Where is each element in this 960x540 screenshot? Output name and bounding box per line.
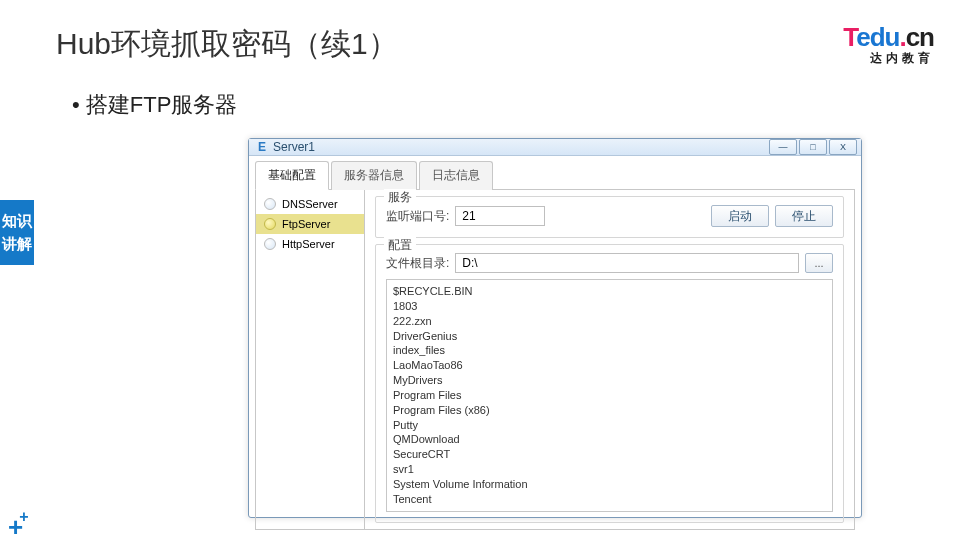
- server-type-sidebar: DNSServer FtpServer HttpServer: [255, 190, 365, 530]
- list-item[interactable]: 1803: [393, 299, 826, 314]
- root-dir-input[interactable]: [455, 253, 799, 273]
- config-group-label: 配置: [384, 237, 416, 254]
- service-group-label: 服务: [384, 189, 416, 206]
- app-icon: E: [255, 140, 269, 154]
- plus-decoration: ++: [8, 518, 33, 536]
- root-dir-label: 文件根目录:: [386, 255, 449, 272]
- app-window: E Server1 — □ X 基础配置 服务器信息 日志信息 DNSServe…: [248, 138, 862, 518]
- tab-basic-config[interactable]: 基础配置: [255, 161, 329, 190]
- config-group: 配置 文件根目录: ... $RECYCLE.BIN 1803 222.zxn …: [375, 244, 844, 523]
- tab-server-info[interactable]: 服务器信息: [331, 161, 417, 190]
- close-button[interactable]: X: [829, 139, 857, 155]
- sidebar-item-ftpserver[interactable]: FtpServer: [256, 214, 364, 234]
- port-label: 监听端口号:: [386, 208, 449, 225]
- service-group: 服务 监听端口号: 启动 停止: [375, 196, 844, 238]
- list-item[interactable]: $RECYCLE.BIN: [393, 284, 826, 299]
- list-item[interactable]: svr1: [393, 462, 826, 477]
- list-item[interactable]: DriverGenius: [393, 329, 826, 344]
- list-item[interactable]: MyDrivers: [393, 373, 826, 388]
- list-item[interactable]: LaoMaoTao86: [393, 358, 826, 373]
- brand-edu: edu: [856, 22, 899, 52]
- browse-button[interactable]: ...: [805, 253, 833, 273]
- file-listbox[interactable]: $RECYCLE.BIN 1803 222.zxn DriverGenius i…: [386, 279, 833, 512]
- minimize-button[interactable]: —: [769, 139, 797, 155]
- list-item[interactable]: SecureCRT: [393, 447, 826, 462]
- list-item[interactable]: Program Files: [393, 388, 826, 403]
- tab-strip: 基础配置 服务器信息 日志信息: [255, 160, 855, 190]
- maximize-button[interactable]: □: [799, 139, 827, 155]
- list-item[interactable]: QMDownload: [393, 432, 826, 447]
- page-title: Hub环境抓取密码（续1）: [56, 24, 398, 65]
- sidebar-item-httpserver[interactable]: HttpServer: [256, 234, 364, 254]
- status-dot-icon: [264, 198, 276, 210]
- slide-side-tag: 知识讲解: [0, 200, 34, 265]
- start-button[interactable]: 启动: [711, 205, 769, 227]
- sidebar-item-label: DNSServer: [282, 198, 338, 210]
- list-item[interactable]: Tencent: [393, 492, 826, 507]
- brand-logo: Tedu.cn 达内教育: [843, 24, 934, 64]
- brand-sub: 达内教育: [843, 52, 934, 64]
- titlebar[interactable]: E Server1 — □ X: [249, 139, 861, 156]
- list-item[interactable]: Putty: [393, 418, 826, 433]
- status-dot-icon: [264, 238, 276, 250]
- sidebar-item-label: HttpServer: [282, 238, 335, 250]
- slide-bullet: • 搭建FTP服务器: [72, 90, 237, 120]
- status-dot-icon: [264, 218, 276, 230]
- brand-t: T: [843, 22, 856, 52]
- list-item[interactable]: 222.zxn: [393, 314, 826, 329]
- window-title: Server1: [273, 140, 769, 154]
- brand-cn: cn: [906, 22, 934, 52]
- list-item[interactable]: System Volume Information: [393, 477, 826, 492]
- sidebar-item-dnsserver[interactable]: DNSServer: [256, 194, 364, 214]
- sidebar-item-label: FtpServer: [282, 218, 330, 230]
- port-input[interactable]: [455, 206, 545, 226]
- list-item[interactable]: index_files: [393, 343, 826, 358]
- stop-button[interactable]: 停止: [775, 205, 833, 227]
- list-item[interactable]: Program Files (x86): [393, 403, 826, 418]
- tab-log-info[interactable]: 日志信息: [419, 161, 493, 190]
- content-pane: 服务 监听端口号: 启动 停止 配置 文件根目录: ...: [365, 190, 855, 530]
